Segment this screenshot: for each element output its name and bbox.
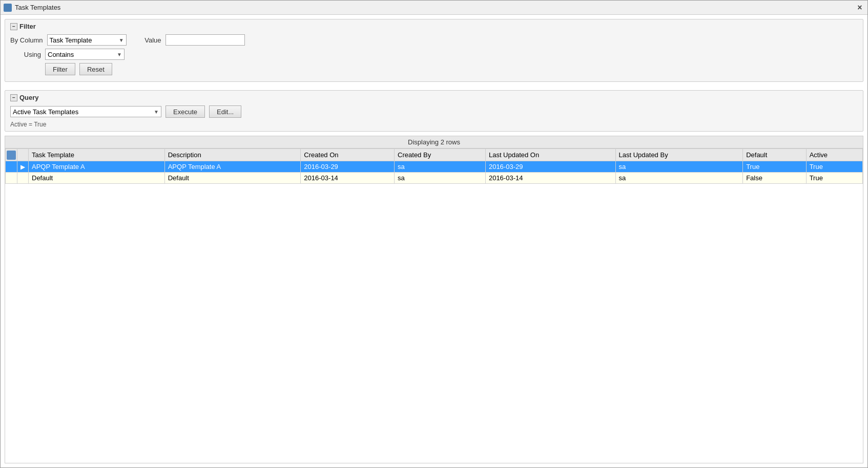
title-bar: Task Templates × bbox=[1, 1, 867, 15]
value-input[interactable] bbox=[166, 34, 245, 46]
table-header: Task Template Description Created On Cre… bbox=[6, 149, 863, 161]
table-body: ▶ APQP Template A APQP Template A 2016-0… bbox=[6, 161, 863, 184]
query-select-value: Active Task Templates bbox=[13, 108, 78, 116]
table-info: Displaying 2 rows bbox=[5, 136, 863, 148]
table-header-row: Task Template Description Created On Cre… bbox=[6, 149, 863, 161]
header-icon-col bbox=[6, 149, 17, 161]
col-last-updated-by[interactable]: Last Updated By bbox=[615, 149, 743, 161]
row1-icon-cell bbox=[6, 161, 17, 173]
query-section: − Query Active Task Templates ▼ Execute … bbox=[5, 90, 863, 132]
query-header-label: Query bbox=[19, 94, 39, 101]
execute-button[interactable]: Execute bbox=[166, 105, 205, 118]
row1-default: True bbox=[743, 161, 807, 173]
query-text: Active = True bbox=[10, 121, 858, 128]
row2-active: True bbox=[806, 173, 862, 184]
value-label: Value bbox=[131, 36, 161, 44]
filter-header: − Filter bbox=[10, 23, 858, 30]
by-column-arrow-icon: ▼ bbox=[119, 37, 124, 43]
by-column-label: By Column bbox=[10, 36, 43, 44]
filter-header-label: Filter bbox=[19, 23, 36, 30]
col-arrow bbox=[17, 149, 29, 161]
filter-section: − Filter By Column Task Template ▼ Value… bbox=[5, 19, 863, 82]
by-column-value: Task Template bbox=[50, 36, 92, 44]
row1-last-updated-by: sa bbox=[615, 161, 743, 173]
query-arrow-icon: ▼ bbox=[154, 109, 159, 115]
window-icon bbox=[4, 4, 12, 12]
col-task-template[interactable]: Task Template bbox=[29, 149, 165, 161]
data-table: Task Template Description Created On Cre… bbox=[5, 148, 863, 184]
row2-description: Default bbox=[164, 173, 301, 184]
row2-created-by: sa bbox=[395, 173, 486, 184]
table-row[interactable]: ▶ APQP Template A APQP Template A 2016-0… bbox=[6, 161, 863, 173]
filter-buttons-row: Filter Reset bbox=[10, 63, 858, 75]
by-column-select[interactable]: Task Template ▼ bbox=[47, 34, 127, 46]
using-arrow-icon: ▼ bbox=[117, 52, 122, 57]
col-active[interactable]: Active bbox=[806, 149, 862, 161]
filter-collapse-btn[interactable]: − bbox=[10, 23, 17, 30]
window-content: − Filter By Column Task Template ▼ Value… bbox=[1, 15, 867, 467]
col-description[interactable]: Description bbox=[164, 149, 301, 161]
row2-last-updated-by: sa bbox=[615, 173, 743, 184]
using-value: Contains bbox=[48, 51, 74, 58]
table-section: Displaying 2 rows Task Template Descript… bbox=[5, 136, 863, 463]
filter-using-row: Using Contains ▼ bbox=[10, 49, 858, 60]
table-container[interactable]: Task Template Description Created On Cre… bbox=[5, 148, 863, 463]
col-created-on[interactable]: Created On bbox=[301, 149, 395, 161]
row1-active: True bbox=[806, 161, 862, 173]
title-bar-left: Task Templates bbox=[4, 4, 60, 12]
row1-created-on: 2016-03-29 bbox=[301, 161, 395, 173]
reset-button[interactable]: Reset bbox=[79, 63, 112, 75]
row1-arrow-icon: ▶ bbox=[20, 163, 25, 171]
row1-description: APQP Template A bbox=[164, 161, 301, 173]
edit-button[interactable]: Edit... bbox=[209, 105, 241, 118]
row2-task-template: Default bbox=[29, 173, 165, 184]
window-title: Task Templates bbox=[15, 4, 60, 11]
row2-created-on: 2016-03-14 bbox=[301, 173, 395, 184]
table-row[interactable]: Default Default 2016-03-14 sa 2016-03-14… bbox=[6, 173, 863, 184]
filter-button[interactable]: Filter bbox=[45, 63, 75, 75]
col-default[interactable]: Default bbox=[743, 149, 807, 161]
close-button[interactable]: × bbox=[855, 3, 864, 12]
using-select[interactable]: Contains ▼ bbox=[45, 49, 125, 60]
query-row: Active Task Templates ▼ Execute Edit... bbox=[10, 105, 858, 118]
query-select[interactable]: Active Task Templates ▼ bbox=[10, 106, 161, 117]
row1-last-updated-on: 2016-03-29 bbox=[485, 161, 615, 173]
row2-default: False bbox=[743, 173, 807, 184]
using-label: Using bbox=[10, 51, 41, 58]
row1-created-by: sa bbox=[395, 161, 486, 173]
col-created-by[interactable]: Created By bbox=[395, 149, 486, 161]
table-header-icon bbox=[7, 151, 16, 160]
col-last-updated-on[interactable]: Last Updated On bbox=[485, 149, 615, 161]
row1-task-template: APQP Template A bbox=[29, 161, 165, 173]
main-window: Task Templates × − Filter By Column Task… bbox=[0, 0, 868, 468]
query-collapse-btn[interactable]: − bbox=[10, 94, 17, 101]
row2-icon-cell bbox=[6, 173, 17, 184]
filter-by-column-row: By Column Task Template ▼ Value bbox=[10, 34, 858, 46]
row2-arrow-cell bbox=[17, 173, 29, 184]
row1-arrow-cell: ▶ bbox=[17, 161, 29, 173]
row2-last-updated-on: 2016-03-14 bbox=[485, 173, 615, 184]
query-header: − Query bbox=[10, 94, 858, 101]
